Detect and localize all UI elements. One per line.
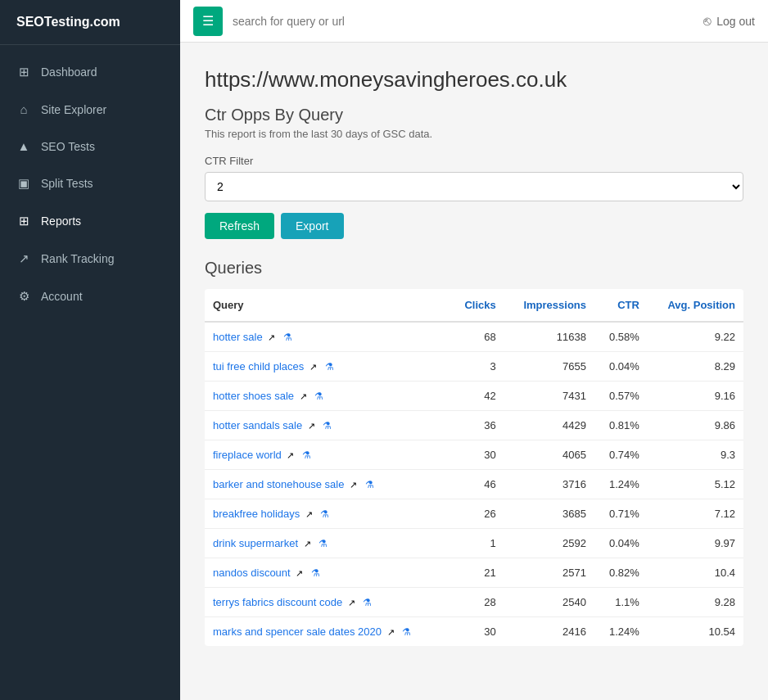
- query-link[interactable]: breakfree holidays: [213, 508, 300, 520]
- sidebar-nav: ⊞ Dashboard ⌂ Site Explorer ▲ SEO Tests …: [0, 45, 180, 315]
- avg-position-cell: 9.97: [648, 529, 743, 558]
- avg-position-cell: 9.16: [648, 382, 743, 411]
- brand-logo: SEOTesting.com: [0, 0, 180, 45]
- sidebar-item-seo-tests[interactable]: ▲ SEO Tests: [0, 128, 180, 165]
- avg-position-cell: 9.22: [648, 322, 743, 352]
- query-cell: fireplace world ↗ ⚗: [205, 440, 450, 470]
- chart-icon: ↗: [16, 251, 31, 266]
- external-link-icon[interactable]: ↗: [305, 509, 313, 519]
- export-button[interactable]: Export: [281, 213, 343, 239]
- table-row: barker and stonehouse sale ↗ ⚗ 46 3716 1…: [205, 470, 743, 499]
- house-icon: ⌂: [16, 102, 31, 116]
- flask-icon[interactable]: ⚗: [365, 479, 374, 490]
- ctr-cell: 0.04%: [594, 529, 648, 558]
- logout-label: Log out: [716, 15, 755, 28]
- search-input[interactable]: [233, 15, 693, 28]
- ctr-cell: 0.71%: [594, 499, 648, 529]
- ctr-cell: 0.57%: [594, 382, 648, 411]
- query-cell: barker and stonehouse sale ↗ ⚗: [205, 470, 450, 499]
- flask-icon[interactable]: ⚗: [311, 567, 320, 579]
- logout-icon: ⎋: [703, 14, 712, 29]
- query-link[interactable]: marks and spencer sale dates 2020: [213, 625, 382, 638]
- ctr-cell: 0.82%: [594, 558, 648, 588]
- impressions-cell: 2571: [504, 558, 594, 588]
- col-header-impressions: Impressions: [504, 289, 594, 322]
- col-header-clicks: Clicks: [450, 289, 504, 322]
- external-link-icon[interactable]: ↗: [387, 627, 395, 637]
- sidebar-item-dashboard[interactable]: ⊞ Dashboard: [0, 53, 180, 91]
- flask-icon[interactable]: ⚗: [323, 420, 332, 431]
- table-row: tui free child places ↗ ⚗ 3 7655 0.04% 8…: [205, 352, 743, 382]
- ctr-cell: 0.58%: [594, 322, 648, 352]
- flask-icon[interactable]: ⚗: [320, 508, 329, 520]
- external-link-icon[interactable]: ↗: [268, 332, 275, 342]
- query-cell: marks and spencer sale dates 2020 ↗ ⚗: [205, 617, 450, 647]
- external-link-icon[interactable]: ↗: [308, 421, 315, 431]
- avg-position-cell: 10.54: [648, 617, 743, 647]
- col-header-ctr: CTR: [594, 289, 648, 322]
- ctr-filter-label: CTR Filter: [205, 155, 743, 167]
- external-link-icon[interactable]: ↗: [348, 598, 355, 607]
- external-link-icon[interactable]: ↗: [350, 480, 357, 490]
- sidebar: SEOTesting.com ⊞ Dashboard ⌂ Site Explor…: [0, 0, 180, 700]
- topbar: ☰ ⎋ Log out: [180, 0, 768, 43]
- ctr-cell: 1.1%: [594, 588, 648, 617]
- avg-position-cell: 8.29: [648, 352, 743, 382]
- impressions-cell: 4065: [504, 440, 594, 470]
- flask-icon[interactable]: ⚗: [325, 361, 334, 373]
- menu-button[interactable]: ☰: [193, 7, 223, 36]
- ctr-cell: 0.74%: [594, 440, 648, 470]
- report-title: Ctr Opps By Query: [205, 106, 743, 124]
- ctr-cell: 0.04%: [594, 352, 648, 382]
- external-link-icon[interactable]: ↗: [304, 539, 311, 549]
- avg-position-cell: 9.28: [648, 588, 743, 617]
- flask-icon[interactable]: ⚗: [402, 626, 411, 638]
- sidebar-item-label: Site Explorer: [41, 103, 106, 116]
- external-link-icon[interactable]: ↗: [296, 568, 303, 578]
- impressions-cell: 3685: [504, 499, 594, 529]
- query-link[interactable]: terrys fabrics discount code: [213, 596, 342, 608]
- flask-icon[interactable]: ⚗: [314, 391, 323, 402]
- query-link[interactable]: hotter sale: [213, 331, 263, 343]
- clicks-cell: 30: [450, 440, 504, 470]
- flask-icon[interactable]: ⚗: [283, 332, 292, 343]
- flask-icon[interactable]: ⚗: [318, 538, 328, 549]
- clicks-cell: 46: [450, 470, 504, 499]
- query-link[interactable]: hotter sandals sale: [213, 419, 302, 431]
- sidebar-item-account[interactable]: ⚙ Account: [0, 278, 180, 315]
- impressions-cell: 2540: [504, 588, 594, 617]
- table-row: nandos discount ↗ ⚗ 21 2571 0.82% 10.4: [205, 558, 743, 588]
- sidebar-item-reports[interactable]: ⊞ Reports: [0, 202, 180, 240]
- split-icon: ▣: [16, 176, 31, 191]
- main-area: ☰ ⎋ Log out https://www.moneysavingheroe…: [180, 0, 768, 700]
- external-link-icon[interactable]: ↗: [309, 362, 317, 372]
- flask-icon[interactable]: ⚗: [302, 449, 311, 461]
- sidebar-item-split-tests[interactable]: ▣ Split Tests: [0, 165, 180, 202]
- sidebar-item-label: Account: [41, 290, 83, 303]
- refresh-button[interactable]: Refresh: [205, 213, 274, 239]
- sidebar-item-label: Split Tests: [41, 177, 93, 190]
- avg-position-cell: 5.12: [648, 470, 743, 499]
- external-link-icon[interactable]: ↗: [287, 450, 294, 460]
- query-link[interactable]: drink supermarket: [213, 537, 298, 549]
- query-link[interactable]: tui free child places: [213, 360, 304, 373]
- query-cell: hotter sale ↗ ⚗: [205, 322, 450, 352]
- queries-title: Queries: [205, 259, 743, 278]
- flask-icon[interactable]: ⚗: [363, 597, 372, 608]
- sidebar-item-label: Dashboard: [41, 65, 97, 79]
- logout-button[interactable]: ⎋ Log out: [703, 14, 755, 29]
- sidebar-item-rank-tracking[interactable]: ↗ Rank Tracking: [0, 240, 180, 278]
- query-link[interactable]: hotter shoes sale: [213, 390, 294, 402]
- action-buttons: Refresh Export: [205, 213, 743, 239]
- ctr-filter-select[interactable]: 1 2 3 4 5: [205, 172, 743, 201]
- query-link[interactable]: barker and stonehouse sale: [213, 478, 344, 490]
- query-link[interactable]: fireplace world: [213, 449, 282, 461]
- avg-position-cell: 9.86: [648, 411, 743, 440]
- external-link-icon[interactable]: ↗: [300, 391, 307, 401]
- query-cell: breakfree holidays ↗ ⚗: [205, 499, 450, 529]
- sidebar-item-site-explorer[interactable]: ⌂ Site Explorer: [0, 91, 180, 128]
- avg-position-cell: 7.12: [648, 499, 743, 529]
- clicks-cell: 21: [450, 558, 504, 588]
- ctr-cell: 1.24%: [594, 470, 648, 499]
- query-link[interactable]: nandos discount: [213, 567, 291, 579]
